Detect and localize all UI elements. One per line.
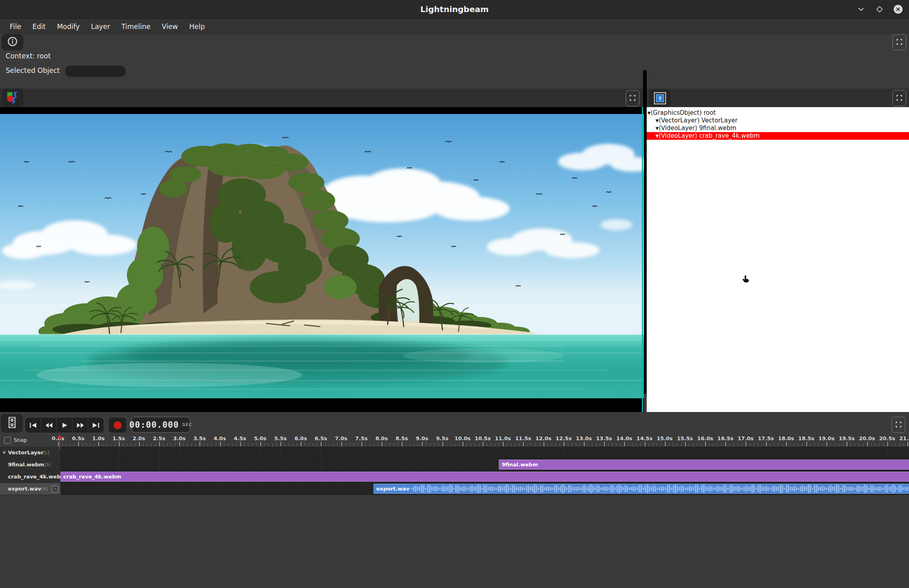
panel-header-strip: ?	[0, 89, 909, 107]
ruler-tick	[907, 442, 908, 446]
track-label-9final.webm[interactable]: 9final.webm[S]	[0, 459, 60, 471]
collapse-triangle-icon[interactable]: ▼	[656, 126, 659, 130]
ruler-tick	[483, 442, 484, 446]
ruler-tick	[596, 443, 596, 446]
collapse-triangle-icon[interactable]: ▼	[648, 111, 651, 115]
clip-crab_rave_4k.webm[interactable]: crab_rave_4k.webm	[60, 472, 909, 482]
selected-object-input[interactable]	[65, 66, 126, 77]
ruler-tick	[479, 443, 479, 446]
ruler-tick	[677, 443, 677, 446]
timeline-tab[interactable]	[1, 414, 23, 433]
ruler-label: 19.0s	[818, 435, 834, 441]
timeline-fullscreen-button[interactable]	[892, 417, 905, 433]
ruler-tick	[766, 442, 767, 446]
ruler-tick	[171, 443, 172, 446]
ruler-tick	[859, 443, 859, 446]
skip-to-start-button[interactable]	[25, 418, 41, 433]
ruler-tick	[475, 443, 475, 446]
menu-edit[interactable]: Edit	[27, 19, 51, 34]
ruler-tick	[94, 443, 95, 446]
track-mute-toggle[interactable]: -	[52, 486, 58, 493]
menu-help[interactable]: Help	[184, 19, 211, 34]
ruler-tick	[163, 443, 164, 446]
ruler-label: 11.0s	[495, 435, 511, 441]
tree-item-0[interactable]: ▼(GraphicsObject) root	[647, 109, 909, 117]
ruler-tick	[309, 443, 309, 446]
library-tab[interactable]: ?	[650, 89, 670, 107]
tree-item-2[interactable]: ▼(VideoLayer) 9final.webm	[647, 124, 909, 132]
timeline-tracks: ▼VectorLayer[L]9final.webm[S]9final.webm…	[0, 447, 909, 495]
ruler-tick	[212, 443, 212, 446]
ruler-label: 15.0s	[657, 435, 673, 441]
maximize-icon[interactable]	[874, 4, 885, 14]
tree-item-1[interactable]: ▼(VectorLayer) VectorLayer	[647, 117, 909, 124]
minimize-icon[interactable]	[856, 4, 866, 14]
ruler-tick	[382, 442, 382, 446]
menu-layer[interactable]: Layer	[85, 19, 116, 34]
stage-focus-edge	[642, 107, 643, 412]
track-label-VectorLayer[interactable]: ▼VectorLayer[L]	[0, 447, 60, 459]
record-button[interactable]	[109, 418, 126, 433]
ruler-tick	[830, 443, 831, 446]
ruler-tick	[313, 443, 313, 446]
ruler-tick	[636, 443, 637, 446]
play-button[interactable]	[57, 418, 73, 433]
ruler-tick	[329, 443, 330, 446]
ruler-tick	[802, 443, 803, 446]
menu-view[interactable]: View	[156, 19, 183, 34]
collapse-triangle-icon[interactable]: ▼	[656, 118, 659, 123]
track-lane-export.wav[interactable]: export.wav	[60, 483, 909, 495]
collapse-triangle-icon[interactable]: ▼	[656, 134, 659, 138]
ruler-tick	[70, 443, 71, 446]
library-fullscreen-button[interactable]	[892, 90, 906, 106]
ruler-tick	[863, 443, 863, 446]
clip-export.wav[interactable]: export.wav	[374, 484, 909, 494]
menu-timeline[interactable]: Timeline	[116, 19, 156, 34]
track-lane-crab_rave_4k.webm[interactable]: crab_rave_4k.webm	[60, 471, 909, 483]
ruler-tick	[851, 443, 851, 446]
stage-canvas[interactable]	[0, 107, 644, 412]
fast-forward-button[interactable]	[73, 418, 88, 433]
ruler-label: 20.5s	[879, 435, 895, 441]
track-lane-VectorLayer[interactable]	[60, 447, 909, 459]
ruler-tick	[390, 443, 390, 446]
ruler-label: 13.0s	[576, 435, 592, 441]
menu-bar: FileEditModifyLayerTimelineViewHelp	[0, 19, 909, 34]
ruler-tick	[649, 443, 649, 446]
close-icon[interactable]	[893, 4, 903, 14]
menu-file[interactable]: File	[4, 19, 27, 34]
track-lane-9final.webm[interactable]: 9final.webm	[60, 459, 909, 471]
inspector-tab[interactable]	[2, 34, 23, 50]
stage-tab[interactable]	[2, 89, 23, 107]
ruler-tick	[653, 443, 653, 446]
ruler-tick	[806, 442, 807, 446]
ruler-tick	[661, 443, 661, 446]
ruler-tick	[572, 443, 572, 446]
ruler-tick	[556, 443, 556, 446]
ruler-label: 16.5s	[717, 435, 733, 441]
rewind-button[interactable]	[41, 418, 57, 433]
track-label-crab_rave_4k.webm[interactable]: crab_rave_4k.webm[S]	[0, 471, 60, 483]
stage-video-preview	[0, 114, 644, 398]
ruler-tick	[280, 442, 281, 446]
ruler-tick	[903, 443, 904, 446]
clip-9final.webm[interactable]: 9final.webm	[499, 460, 909, 470]
skip-to-end-button[interactable]	[88, 418, 104, 433]
ruler-tick	[195, 443, 196, 446]
tree-item-3[interactable]: ▼(VideoLayer) crab_rave_4k.webm	[647, 132, 909, 140]
ruler-tick	[640, 443, 641, 446]
ruler-tick	[66, 443, 66, 446]
track-label-export.wav[interactable]: export.wav[A]-	[0, 483, 60, 495]
ruler-tick	[321, 442, 322, 446]
inspector-fullscreen-button[interactable]	[892, 34, 906, 50]
snap-checkbox[interactable]	[4, 437, 11, 444]
lightningbeam-window: Lightningbeam FileEditModifyLayerTimelin…	[0, 0, 909, 588]
timeline-ruler[interactable]: Snap 0.0s0.5s1.0s1.5s2.0s2.5s3.0s3.5s4.0…	[0, 434, 909, 447]
ruler-tick	[155, 443, 156, 446]
menu-modify[interactable]: Modify	[51, 19, 85, 34]
ruler-label: 8.0s	[376, 435, 388, 441]
ruler-tick	[669, 443, 669, 446]
track-collapse-icon[interactable]: ▼	[3, 451, 6, 455]
ruler-tick	[519, 443, 519, 446]
stage-fullscreen-button[interactable]	[626, 90, 639, 106]
